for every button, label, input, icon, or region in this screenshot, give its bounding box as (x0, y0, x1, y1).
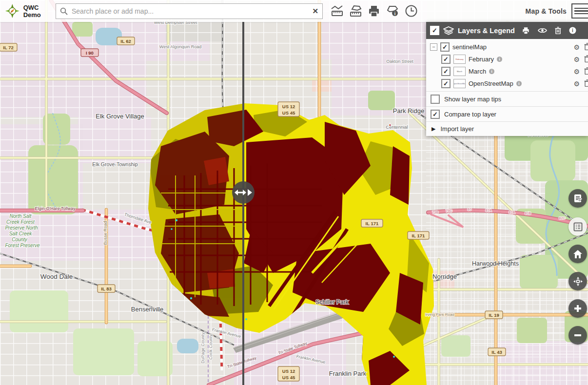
road-shield: IL 62 (117, 37, 135, 45)
layer-checkbox-february[interactable] (441, 55, 451, 64)
panel-title: Layers & Legend (458, 27, 515, 35)
show-map-tips-option[interactable]: Show layer map tips (426, 91, 588, 106)
layer-trash-icon-clipped[interactable] (584, 55, 588, 64)
svg-text:US 45: US 45 (282, 110, 295, 116)
search-input[interactable] (71, 7, 312, 16)
layers-legend-panel: Layers & Legend i (426, 22, 588, 136)
print-button[interactable] (365, 2, 383, 20)
zoom-out-button[interactable] (568, 326, 587, 345)
layer-name: February (469, 56, 494, 63)
svg-text:i: i (394, 11, 396, 16)
layer-trash-icon-clipped[interactable] (584, 67, 588, 76)
time-manager-button[interactable] (402, 2, 420, 20)
map-label: 81A (486, 209, 492, 212)
measure-line-button[interactable] (328, 2, 346, 20)
layer-info-icon[interactable]: i (516, 81, 522, 86)
svg-text:IL 171: IL 171 (366, 221, 379, 226)
compare-slider-handle[interactable] (232, 181, 255, 204)
tree-collapse-icon[interactable]: − (430, 43, 437, 51)
panel-print-icon[interactable] (522, 27, 530, 35)
app-title: QWC Demo (23, 4, 56, 19)
layer-row-march[interactable]: March March i ⚙ (426, 65, 588, 77)
top-toolbar: QWC Demo ✕ i (0, 0, 588, 22)
layer-settings-gear-icon[interactable]: ⚙ (573, 44, 580, 51)
import-layer-section[interactable]: ▶ Import layer (426, 121, 588, 136)
layer-row-sentinelmap[interactable]: − sentinelMap ⚙ (426, 41, 588, 53)
layer-settings-gear-icon[interactable]: ⚙ (573, 56, 580, 63)
layer-row-february[interactable]: February February i ⚙ (426, 53, 588, 65)
map-tools-label[interactable]: Map & Tools (526, 7, 567, 15)
map-label: County (12, 237, 28, 242)
drag-arrows-icon (234, 188, 253, 197)
panel-visibility-eye-icon[interactable] (538, 27, 547, 34)
app-logo[interactable]: QWC Demo (5, 3, 56, 19)
panel-header: Layers & Legend i (426, 22, 588, 39)
compare-checkbox[interactable] (431, 110, 440, 119)
map-label: Park Ridge (393, 107, 424, 115)
map-label: North Salt (10, 213, 32, 219)
search-icon (60, 7, 68, 15)
road-shield: IL 83 (98, 285, 115, 292)
layer-legend-thumbnail: March (453, 67, 466, 76)
map-label: Wood Dale (40, 273, 73, 280)
svg-text:US 45: US 45 (282, 375, 295, 380)
identify-region-icon: i (386, 4, 399, 18)
layer-settings-gear-icon[interactable]: ⚙ (573, 68, 580, 75)
layer-trash-icon-clipped[interactable] (584, 43, 588, 52)
layer-checkbox-sentinelmap[interactable] (440, 42, 450, 52)
layers-icon (443, 26, 454, 35)
map-label: Irving Park Road (425, 312, 454, 317)
road-shield: IL 171 (408, 231, 429, 239)
map-label: Elk Grove-Township (92, 161, 138, 167)
measure-area-button[interactable] (346, 2, 365, 20)
task-note-icon (573, 193, 583, 203)
layer-checkbox-openstreetmap[interactable] (441, 79, 451, 88)
print-icon (368, 5, 380, 18)
zoom-to-extent-button[interactable] (568, 272, 587, 290)
map-label: Franklin Park (329, 370, 367, 377)
home-button[interactable] (568, 245, 587, 263)
measure-line-icon (331, 4, 344, 18)
clear-search-icon[interactable]: ✕ (312, 7, 318, 15)
map-label: Creek Forest (6, 219, 35, 225)
minus-icon (573, 331, 582, 340)
map-label: Preserve North (5, 225, 38, 231)
locate-crosshair-icon (573, 276, 583, 287)
layer-list-button[interactable] (568, 217, 587, 236)
clock-icon (405, 4, 418, 18)
road-shield: IL 19 (485, 311, 503, 319)
compare-top-layer-option[interactable]: Compare top layer (426, 106, 588, 121)
svg-text:IL 62: IL 62 (120, 38, 131, 44)
layer-settings-gear-icon[interactable]: ⚙ (573, 80, 580, 87)
home-icon (573, 250, 583, 259)
svg-text:I 90: I 90 (86, 50, 94, 56)
layer-row-openstreetmap[interactable]: OpenStreetMap OpenStreetMap i ⚙ (426, 77, 588, 90)
map-label: ▲ (389, 123, 392, 126)
layer-info-icon[interactable]: i (497, 57, 502, 62)
task-info-button[interactable] (568, 189, 587, 208)
road-shield: IL 43 (488, 348, 506, 356)
plus-icon (573, 304, 582, 313)
svg-text:IL 171: IL 171 (412, 233, 425, 238)
measure-area-icon (349, 4, 362, 18)
zoom-in-button[interactable] (568, 299, 587, 318)
panel-trash-icon[interactable] (555, 27, 561, 34)
panel-info-icon[interactable]: i (569, 27, 576, 34)
layer-checkbox-march[interactable] (441, 67, 451, 76)
map-tips-checkbox[interactable] (431, 95, 440, 104)
layer-trash-icon-clipped[interactable] (584, 79, 588, 88)
road-shield: IL 72 (0, 43, 17, 51)
layer-info-icon[interactable]: i (489, 69, 494, 74)
map-label: Elk Grove Village (96, 113, 144, 120)
search-box[interactable]: ✕ (56, 3, 323, 19)
panel-master-checkbox[interactable] (430, 26, 439, 35)
map-label: 81B (525, 212, 531, 215)
hamburger-menu-button[interactable] (571, 3, 588, 19)
map-label: Forest Preserve (5, 243, 40, 248)
svg-text:IL 43: IL 43 (491, 349, 502, 355)
identify-region-button[interactable]: i (383, 2, 402, 20)
map-label: 79C (446, 209, 452, 212)
map-label: Busse Road (103, 221, 108, 245)
qwc-compass-logo-icon (5, 3, 20, 19)
road-shield: US 12US 45 (278, 366, 299, 381)
